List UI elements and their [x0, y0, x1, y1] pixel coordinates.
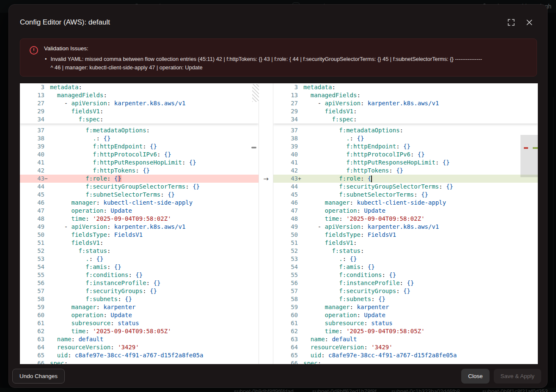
code-text[interactable]: f:securityGroupSelectorTerms: {}	[303, 183, 538, 191]
code-row[interactable]: 61 subresource: status	[20, 319, 259, 327]
code-row[interactable]: 62 time: '2025-09-04T09:58:05Z'	[273, 327, 538, 335]
code-row[interactable]: 48 time: '2025-09-04T09:58:02Z'	[273, 215, 538, 223]
code-row[interactable]: 59 manager: karpenter	[20, 303, 259, 311]
code-row[interactable]: 53 .: {}	[20, 255, 259, 263]
code-row[interactable]: 65 uid: c8afe97e-38cc-4f91-a767-d15f2a8f…	[273, 351, 538, 359]
code-text[interactable]: fieldsV1:	[303, 239, 538, 247]
code-row[interactable]: 43− f:role: {}	[20, 175, 259, 183]
code-text[interactable]: resourceVersion: '3429'	[303, 343, 538, 351]
code-text[interactable]: f:amis: {}	[50, 263, 259, 271]
code-text[interactable]: f:metadataOptions:	[303, 126, 538, 134]
code-row[interactable]: 51 fieldsV1:	[20, 239, 259, 247]
code-row[interactable]: 63 name: default	[273, 335, 538, 343]
code-text[interactable]: f:securityGroups: {}	[303, 287, 538, 295]
code-text[interactable]: fieldsV1:	[50, 239, 259, 247]
code-row[interactable]: 52 f:status:	[273, 247, 538, 255]
code-text[interactable]: f:httpEndpoint: {}	[303, 143, 538, 151]
code-row[interactable]: 37 f:metadataOptions:	[20, 126, 259, 134]
code-text[interactable]: f:conditions: {}	[303, 271, 538, 279]
close-button[interactable]: Close	[461, 369, 490, 384]
code-text[interactable]: name: default	[50, 335, 259, 343]
code-text[interactable]: f:status:	[50, 247, 259, 255]
code-row[interactable]: 13 managedFields:	[273, 91, 538, 99]
code-text[interactable]: name: default	[303, 335, 538, 343]
code-text[interactable]: f:subnetSelectorTerms: {}	[50, 191, 259, 199]
code-row[interactable]: 55 f:conditions: {}	[273, 271, 538, 279]
close-dialog-button[interactable]	[524, 17, 534, 27]
code-row[interactable]: 49 - apiVersion: karpenter.k8s.aws/v1	[20, 223, 259, 231]
code-row[interactable]: 54 f:amis: {}	[273, 263, 538, 271]
code-text[interactable]: f:status:	[303, 247, 538, 255]
code-text[interactable]: manager: kubectl-client-side-apply	[303, 199, 538, 207]
code-row[interactable]: 50 fieldsType: FieldsV1	[273, 231, 538, 239]
code-row[interactable]: 57 f:securityGroups: {}	[20, 287, 259, 295]
code-text[interactable]: .: {}	[303, 255, 538, 263]
code-row[interactable]: 46 manager: kubectl-client-side-apply	[273, 199, 538, 207]
code-text[interactable]: - apiVersion: karpenter.k8s.aws/v1	[50, 99, 259, 107]
code-text[interactable]: manager: kubectl-client-side-apply	[50, 199, 259, 207]
code-text[interactable]: uid: c8afe97e-38cc-4f91-a767-d15f2a8fe05…	[50, 351, 259, 359]
code-row[interactable]: 29 fieldsV1:	[273, 107, 538, 115]
code-row[interactable]: 58 f:subnets: {}	[273, 295, 538, 303]
code-text[interactable]: f:spec:	[303, 115, 538, 123]
code-row[interactable]: 59 manager: karpenter	[273, 303, 538, 311]
code-text[interactable]: f:httpEndpoint: {}	[50, 143, 259, 151]
code-text[interactable]: f:securityGroupSelectorTerms: {}	[50, 183, 259, 191]
code-text[interactable]: fieldsType: FieldsV1	[303, 231, 538, 239]
right-scrollbar-slider[interactable]	[520, 135, 538, 177]
code-text[interactable]: time: '2025-09-04T09:58:05Z'	[50, 327, 259, 335]
code-text[interactable]: f:subnets: {}	[50, 295, 259, 303]
code-row[interactable]: 60 operation: Update	[273, 311, 538, 319]
code-row[interactable]: 41 f:httpPutResponseHopLimit: {}	[20, 159, 259, 167]
code-row[interactable]: 34 f:spec:	[20, 115, 259, 123]
code-text[interactable]: metadata:	[303, 83, 538, 91]
code-row[interactable]: 44 f:securityGroupSelectorTerms: {}	[273, 183, 538, 191]
code-text[interactable]: f:httpTokens: {}	[50, 167, 259, 175]
code-row[interactable]: 38 .: {}	[273, 134, 538, 143]
code-row[interactable]: 39 f:httpEndpoint: {}	[20, 143, 259, 151]
code-row[interactable]: 47 operation: Update	[20, 207, 259, 215]
code-text[interactable]: f:instanceProfile: {}	[50, 279, 259, 287]
code-row[interactable]: 62 time: '2025-09-04T09:58:05Z'	[20, 327, 259, 335]
undo-changes-button[interactable]: Undo Changes	[12, 369, 65, 384]
code-text[interactable]: - apiVersion: karpenter.k8s.aws/v1	[303, 99, 538, 107]
code-row[interactable]: 40 f:httpProtocolIPv6: {}	[20, 151, 259, 159]
code-row[interactable]: 50 fieldsType: FieldsV1	[20, 231, 259, 239]
code-row[interactable]: 56 f:instanceProfile: {}	[273, 279, 538, 287]
apply-change-arrow[interactable]: →	[259, 175, 273, 183]
code-text[interactable]: f:httpPutResponseHopLimit: {}	[50, 159, 259, 167]
code-text[interactable]: f:role: {	[303, 175, 538, 183]
code-text[interactable]: f:metadataOptions:	[50, 126, 259, 134]
code-text[interactable]: f:httpProtocolIPv6: {}	[50, 151, 259, 159]
code-row[interactable]: 56 f:instanceProfile: {}	[20, 279, 259, 287]
code-text[interactable]: f:spec:	[50, 115, 259, 123]
right-code-body[interactable]: 37 f:metadataOptions:38 .: {}39 f:httpEn…	[273, 126, 538, 364]
code-row[interactable]: 42 f:httpTokens: {}	[273, 167, 538, 175]
code-text[interactable]: f:subnets: {}	[303, 295, 538, 303]
code-text[interactable]: uid: c8afe97e-38cc-4f91-a767-d15f2a8fe05…	[303, 351, 538, 359]
code-row[interactable]: 47 operation: Update	[273, 207, 538, 215]
code-row[interactable]: 27 - apiVersion: karpenter.k8s.aws/v1	[20, 99, 259, 107]
code-text[interactable]: metadata:	[50, 83, 259, 91]
code-row[interactable]: 57 f:securityGroups: {}	[273, 287, 538, 295]
code-row[interactable]: 37 f:metadataOptions:	[273, 126, 538, 134]
code-text[interactable]: f:amis: {}	[303, 263, 538, 271]
code-text[interactable]: - apiVersion: karpenter.k8s.aws/v1	[50, 223, 259, 231]
code-text[interactable]: managedFields:	[303, 91, 538, 99]
code-row[interactable]: 53 .: {}	[273, 255, 538, 263]
code-row[interactable]: 3metadata:	[273, 83, 538, 91]
code-text[interactable]: f:subnetSelectorTerms: {}	[303, 191, 538, 199]
code-text[interactable]: resourceVersion: '3429'	[50, 343, 259, 351]
code-row[interactable]: 52 f:status:	[20, 247, 259, 255]
code-text[interactable]: f:role: {}	[50, 175, 259, 183]
code-row[interactable]: 60 operation: Update	[20, 311, 259, 319]
code-text[interactable]: .: {}	[50, 255, 259, 263]
code-row[interactable]: 44 f:securityGroupSelectorTerms: {}	[20, 183, 259, 191]
code-row[interactable]: 40 f:httpProtocolIPv6: {}	[273, 151, 538, 159]
code-row[interactable]: 3metadata:	[20, 83, 259, 91]
code-text[interactable]: f:httpProtocolIPv6: {}	[303, 151, 538, 159]
code-text[interactable]: f:httpPutResponseHopLimit: {}	[303, 159, 538, 167]
code-row[interactable]: 29 fieldsV1:	[20, 107, 259, 115]
diff-modified-pane[interactable]: 3metadata:13 managedFields:27 - apiVersi…	[273, 83, 538, 364]
code-text[interactable]: subresource: status	[303, 319, 538, 327]
